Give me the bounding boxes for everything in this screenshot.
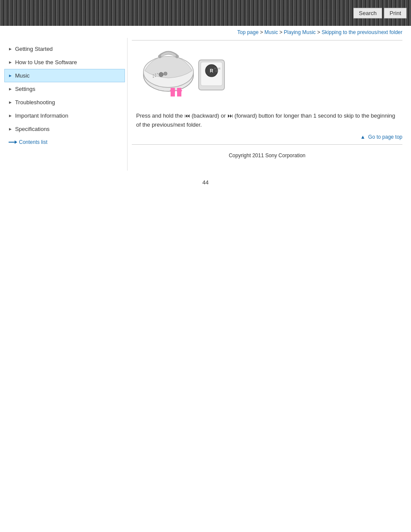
go-to-top-label: Go to page top: [368, 134, 402, 140]
arrow-right-icon: [9, 140, 17, 144]
sidebar-item-how-to-use[interactable]: ► How to Use the Software: [4, 56, 125, 69]
sidebar-item-important-information[interactable]: ► Important Information: [4, 109, 125, 122]
top-divider: [132, 40, 402, 40]
sidebar-label-important-information: Important Information: [15, 112, 68, 119]
breadcrumb-top-page[interactable]: Top page: [237, 29, 258, 35]
svg-rect-16: [177, 88, 181, 96]
sidebar-item-getting-started[interactable]: ► Getting Started: [4, 42, 125, 56]
arrow-icon-getting-started: ►: [8, 47, 12, 51]
search-button[interactable]: Search: [353, 8, 382, 19]
sidebar-label-how-to-use: How to Use the Software: [15, 59, 77, 65]
go-to-top-link[interactable]: ▲ Go to page top: [360, 134, 402, 140]
breadcrumb-sep2: >: [279, 29, 283, 35]
sidebar-label-settings: Settings: [15, 86, 35, 92]
svg-text:ON: ON: [215, 70, 218, 72]
breadcrumb-current-page[interactable]: Skipping to the previous/next folder: [322, 29, 402, 35]
breadcrumb-music[interactable]: Music: [265, 29, 278, 35]
sidebar-label-troubleshooting: Troubleshooting: [15, 99, 55, 106]
svg-point-3: [164, 72, 167, 75]
breadcrumb-playing-music[interactable]: Playing Music: [284, 29, 316, 35]
svg-rect-15: [171, 88, 175, 96]
arrow-icon-specifications: ►: [8, 127, 12, 131]
device-image: R PCWE ON: [136, 47, 231, 103]
sidebar-item-music[interactable]: ► Music: [4, 69, 125, 82]
svg-point-7: [153, 77, 154, 78]
sidebar-item-settings[interactable]: ► Settings: [4, 82, 125, 96]
svg-text:R: R: [210, 68, 213, 73]
svg-point-8: [155, 76, 156, 77]
arrow-icon-troubleshooting: ►: [8, 100, 12, 105]
device-svg: R PCWE ON: [136, 47, 231, 103]
copyright: Copyright 2011 Sony Corporation: [132, 149, 402, 162]
triangle-icon: ▲: [360, 134, 365, 140]
arrow-icon-important-information: ►: [8, 113, 12, 118]
arrow-icon-settings: ►: [8, 87, 12, 91]
go-to-top: ▲ Go to page top: [132, 134, 402, 140]
device-image-container: R PCWE ON: [136, 47, 402, 103]
sidebar-label-specifications: Specifications: [15, 126, 50, 132]
breadcrumb-sep3: >: [317, 29, 321, 35]
bottom-divider: [132, 144, 402, 145]
sidebar-label-music: Music: [15, 72, 30, 79]
main-layout: ► Getting Started ► How to Use the Softw…: [0, 38, 411, 171]
page-number: 44: [0, 179, 411, 186]
contents-list-label: Contents list: [19, 139, 47, 145]
sidebar-item-specifications[interactable]: ► Specifications: [4, 122, 125, 136]
header-bar: Search Print: [0, 0, 411, 26]
svg-point-6: [157, 73, 159, 75]
svg-point-4: [153, 75, 154, 76]
breadcrumb-sep1: >: [260, 29, 264, 35]
arrow-icon-music: ►: [8, 73, 12, 78]
sidebar-item-troubleshooting[interactable]: ► Troubleshooting: [4, 96, 125, 109]
content-area: R PCWE ON Press and hold the ⏮ (backward…: [127, 38, 411, 171]
sidebar: ► Getting Started ► How to Use the Softw…: [0, 38, 125, 171]
description-text: Press and hold the ⏮ (backward) or ⏭ (fo…: [136, 112, 398, 130]
sidebar-label-getting-started: Getting Started: [15, 46, 53, 52]
svg-point-2: [159, 72, 163, 77]
breadcrumb: Top page > Music > Playing Music > Skipp…: [0, 26, 411, 38]
print-button[interactable]: Print: [384, 8, 407, 19]
contents-list-link[interactable]: Contents list: [9, 139, 125, 145]
arrow-icon-how-to-use: ►: [8, 60, 12, 65]
svg-point-5: [155, 74, 156, 75]
